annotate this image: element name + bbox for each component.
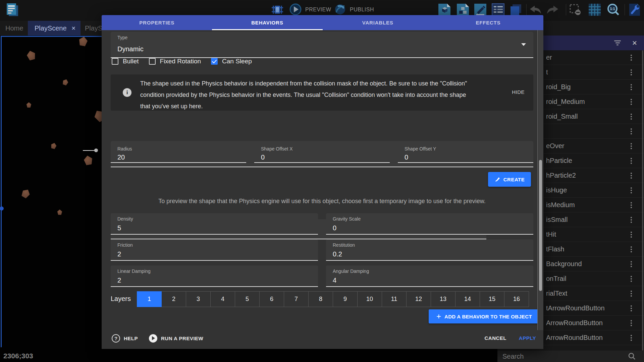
tab-playscene-events[interactable]: PlayS bbox=[85, 21, 102, 36]
more-options-icon[interactable] bbox=[631, 305, 632, 311]
layer-button-12[interactable]: 12 bbox=[406, 291, 431, 307]
layer-button-13[interactable]: 13 bbox=[431, 291, 455, 307]
input-angular-damping[interactable]: Angular Damping4 bbox=[326, 265, 533, 287]
more-options-icon[interactable] bbox=[631, 246, 632, 252]
layer-button-2[interactable]: 2 bbox=[161, 291, 186, 307]
undo-icon[interactable] bbox=[529, 5, 542, 15]
publish-button[interactable]: PUBLISH bbox=[350, 7, 374, 13]
layer-button-9[interactable]: 9 bbox=[333, 291, 358, 307]
input-gravity-scale[interactable]: Gravity Scale0 bbox=[326, 213, 533, 235]
more-options-icon[interactable] bbox=[631, 187, 632, 193]
tab-home[interactable]: Home bbox=[5, 21, 23, 36]
more-options-icon[interactable] bbox=[631, 335, 632, 341]
deselect-icon[interactable] bbox=[569, 4, 581, 16]
apply-button[interactable]: APPLY bbox=[519, 335, 536, 341]
more-options-icon[interactable] bbox=[631, 291, 632, 297]
preview-play-icon[interactable] bbox=[289, 3, 302, 16]
checkbox-label: Fixed Rotation bbox=[160, 58, 201, 65]
more-options-icon[interactable] bbox=[631, 217, 632, 223]
checkbox-box-bullet[interactable] bbox=[112, 58, 118, 65]
more-options-icon[interactable] bbox=[631, 232, 632, 238]
help-icon[interactable]: ? bbox=[112, 334, 120, 343]
more-options-icon[interactable] bbox=[631, 143, 632, 149]
measure-dot[interactable] bbox=[94, 148, 98, 152]
project-manager-icon[interactable] bbox=[5, 2, 20, 17]
dialog-scrollbar-thumb[interactable] bbox=[539, 160, 542, 291]
more-options-icon[interactable] bbox=[631, 55, 632, 61]
hide-button[interactable]: HIDE bbox=[512, 89, 525, 95]
behavior-dialog: PROPERTIESBEHAVIORSVARIABLESEFFECTS Type… bbox=[102, 15, 543, 349]
field-label: Angular Damping bbox=[333, 268, 369, 274]
cancel-button[interactable]: CANCEL bbox=[485, 335, 507, 341]
zoom-one-to-one-icon[interactable]: 1:1 bbox=[606, 3, 620, 16]
layer-button-8[interactable]: 8 bbox=[308, 291, 333, 307]
input-density[interactable]: Density5 bbox=[111, 213, 318, 235]
publish-globe-icon[interactable] bbox=[334, 3, 346, 16]
more-options-icon[interactable] bbox=[631, 276, 632, 282]
more-options-icon[interactable] bbox=[631, 128, 632, 134]
help-button[interactable]: HELP bbox=[124, 336, 138, 341]
input-friction[interactable]: Friction2 bbox=[111, 239, 318, 261]
layer-button-5[interactable]: 5 bbox=[235, 291, 260, 307]
tab-playscene-label: PlayScene bbox=[35, 24, 67, 32]
preview-button[interactable]: PREVIEW bbox=[305, 7, 331, 13]
checkbox-fixed-rotation[interactable]: Fixed Rotation bbox=[149, 58, 201, 65]
layer-button-16[interactable]: 16 bbox=[504, 291, 529, 307]
project-settings-wrench-icon[interactable] bbox=[628, 3, 641, 16]
more-options-icon[interactable] bbox=[631, 158, 632, 164]
dialog-tab-properties[interactable]: PROPERTIES bbox=[102, 15, 212, 30]
close-icon[interactable]: ✕ bbox=[632, 39, 637, 47]
checkbox-bullet[interactable]: Bullet bbox=[112, 58, 139, 65]
layer-button-3[interactable]: 3 bbox=[186, 291, 211, 307]
more-options-icon[interactable] bbox=[631, 320, 632, 326]
input-radius[interactable]: Radius20 bbox=[111, 143, 246, 163]
dialog-tab-effects[interactable]: EFFECTS bbox=[433, 15, 543, 30]
filter-icon[interactable] bbox=[614, 41, 621, 45]
layer-button-4[interactable]: 4 bbox=[210, 291, 235, 307]
tab-close-icon[interactable]: ✕ bbox=[71, 25, 76, 32]
dialog-tab-variables[interactable]: VARIABLES bbox=[323, 15, 433, 30]
input-restitution[interactable]: Restitution0.2 bbox=[326, 239, 533, 261]
layer-button-6[interactable]: 6 bbox=[259, 291, 284, 307]
add-behavior-button[interactable]: + ADD A BEHAVIOR TO THE OBJECT bbox=[429, 309, 540, 323]
create-button[interactable]: CREATE bbox=[488, 172, 531, 187]
run-preview-icon[interactable] bbox=[149, 334, 157, 343]
field-value: 2 bbox=[117, 250, 121, 258]
sidebar-scrollbar[interactable] bbox=[642, 50, 643, 351]
edit-pencil-icon[interactable] bbox=[474, 3, 487, 16]
layer-button-1[interactable]: 1 bbox=[137, 291, 162, 307]
asteroid-sprite bbox=[83, 155, 94, 166]
events-sheet-icon[interactable] bbox=[491, 3, 505, 16]
more-options-icon[interactable] bbox=[631, 202, 632, 208]
more-options-icon[interactable] bbox=[631, 84, 632, 90]
objects-icon[interactable] bbox=[456, 3, 470, 16]
more-options-icon[interactable] bbox=[631, 114, 632, 120]
search-input[interactable] bbox=[502, 352, 617, 361]
run-preview-button[interactable]: RUN A PREVIEW bbox=[161, 336, 203, 341]
more-options-icon[interactable] bbox=[631, 99, 632, 105]
input-shape-offset-y[interactable]: Shape Offset Y0 bbox=[398, 143, 533, 163]
layer-button-15[interactable]: 15 bbox=[480, 291, 504, 307]
checkbox-can-sleep[interactable]: Can Sleep bbox=[211, 58, 252, 65]
layer-button-7[interactable]: 7 bbox=[284, 291, 309, 307]
input-shape-offset-x[interactable]: Shape Offset X0 bbox=[254, 143, 390, 163]
layer-button-10[interactable]: 10 bbox=[357, 291, 382, 307]
dialog-tab-behaviors[interactable]: BEHAVIORS bbox=[212, 15, 322, 30]
layer-button-11[interactable]: 11 bbox=[382, 291, 407, 307]
checkbox-box-fixed-rotation[interactable] bbox=[149, 58, 156, 65]
debug-icon[interactable] bbox=[271, 4, 284, 16]
input-linear-damping[interactable]: Linear Damping2 bbox=[111, 265, 318, 287]
more-options-icon[interactable] bbox=[631, 261, 632, 267]
grid-icon[interactable] bbox=[588, 3, 601, 16]
checkbox-box-can-sleep[interactable] bbox=[211, 58, 218, 65]
type-dropdown[interactable]: Type Dynamic bbox=[111, 32, 533, 58]
scene-cube-icon[interactable] bbox=[438, 3, 451, 16]
selection-handle[interactable] bbox=[0, 206, 4, 210]
tab-playscene[interactable]: PlayScene ✕ bbox=[28, 21, 80, 36]
more-options-icon[interactable] bbox=[631, 69, 632, 75]
layer-button-14[interactable]: 14 bbox=[455, 291, 480, 307]
redo-icon[interactable] bbox=[546, 5, 559, 15]
dialog-footer: ? HELP RUN A PREVIEW CANCEL APPLY bbox=[102, 330, 543, 346]
layers-icon[interactable] bbox=[509, 3, 523, 16]
more-options-icon[interactable] bbox=[631, 173, 632, 179]
